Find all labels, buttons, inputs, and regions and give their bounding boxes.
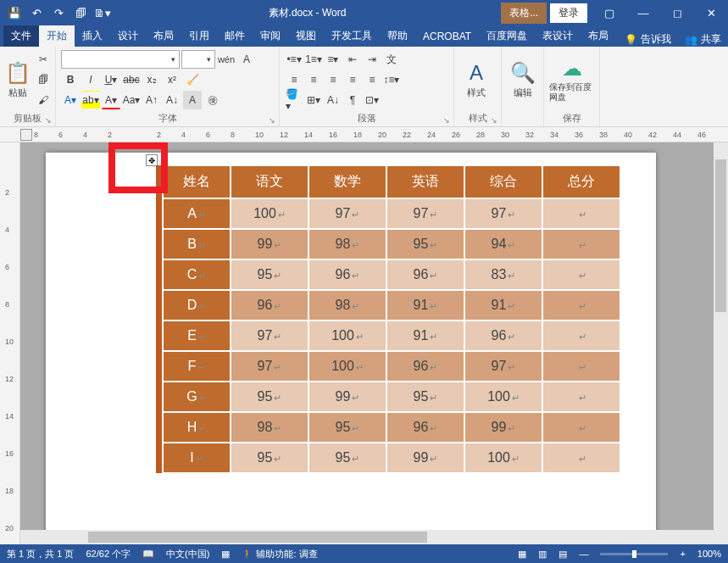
table-cell[interactable]: 91↵ — [464, 290, 542, 321]
superscript-button[interactable]: x² — [163, 70, 181, 89]
table-cell[interactable]: 100↵ — [464, 382, 542, 412]
table-cell[interactable]: 97↵ — [231, 321, 308, 351]
table-cell[interactable]: 96↵ — [386, 259, 464, 290]
table-cell[interactable]: 97↵ — [464, 198, 542, 229]
table-cell[interactable]: 97↵ — [464, 351, 542, 382]
row-header[interactable]: B↵ — [163, 229, 231, 259]
table-cell[interactable]: 96↵ — [231, 290, 308, 321]
change-case-button[interactable]: Aa▾ — [122, 91, 141, 109]
line-spacing-icon[interactable]: ↕≡▾ — [382, 70, 401, 89]
decrease-indent-icon[interactable]: ⇤ — [343, 50, 362, 69]
zoom-slider[interactable] — [600, 553, 668, 555]
table-cell[interactable]: 98↵ — [308, 229, 386, 259]
table-cell[interactable]: 99↵ — [464, 412, 542, 443]
share-button[interactable]: 👥共享 — [678, 32, 728, 47]
table-cell[interactable]: 96↵ — [464, 321, 542, 351]
table-row[interactable]: B↵99↵98↵95↵94↵↵ — [156, 229, 620, 259]
zoom-in-button[interactable]: + — [680, 549, 685, 559]
table-cell[interactable]: 95↵ — [386, 382, 464, 412]
table-cell[interactable]: ↵ — [542, 290, 620, 321]
scrollbar-thumb[interactable] — [715, 159, 726, 312]
table-cell[interactable]: ↵ — [542, 198, 620, 229]
table-row[interactable]: G↵95↵99↵95↵100↵↵ — [156, 382, 620, 412]
row-header[interactable]: C↵ — [163, 259, 231, 290]
format-painter-icon[interactable]: 🖌 — [34, 91, 53, 109]
phonetic-guide-icon[interactable]: wén — [217, 50, 236, 69]
tab-table-layout[interactable]: 布局 — [581, 25, 616, 47]
tell-me[interactable]: 💡告诉我 — [618, 32, 678, 47]
shading-icon[interactable]: 🪣▾ — [285, 91, 303, 109]
table-cell[interactable]: ↵ — [542, 321, 620, 351]
row-header[interactable]: I↵ — [163, 443, 231, 473]
tab-home[interactable]: 开始 — [39, 25, 75, 47]
tab-insert[interactable]: 插入 — [75, 25, 110, 47]
increase-indent-icon[interactable]: ⇥ — [363, 50, 381, 69]
borders-icon[interactable]: ⊞▾ — [304, 91, 323, 109]
enclose-char-icon[interactable]: ㊝ — [203, 91, 222, 109]
clipboard-launcher-icon[interactable]: ↘ — [45, 116, 52, 125]
table-cell[interactable]: 95↵ — [231, 382, 308, 412]
distributed-icon[interactable]: ≡ — [363, 70, 381, 89]
read-mode-icon[interactable]: ▦ — [518, 549, 526, 560]
font-name-select[interactable]: ▾ — [61, 50, 180, 69]
zoom-out-button[interactable]: — — [579, 549, 588, 559]
table-cell[interactable]: 91↵ — [386, 321, 464, 351]
table-cell[interactable]: 95↵ — [386, 229, 464, 259]
row-header[interactable]: D↵ — [163, 290, 231, 321]
table-cell[interactable]: ↵ — [542, 382, 620, 412]
subscript-button[interactable]: x₂ — [142, 70, 161, 89]
tab-file[interactable]: 文件 — [3, 25, 39, 47]
vertical-ruler[interactable]: 2468101214161820 — [0, 142, 20, 544]
table-cell[interactable]: ↵ — [542, 259, 620, 290]
row-header[interactable]: A↵ — [163, 198, 231, 229]
table-row[interactable]: H↵98↵95↵96↵99↵↵ — [156, 412, 620, 443]
table-cell[interactable]: ↵ — [542, 351, 620, 382]
font-color-icon[interactable]: A▾ — [102, 91, 120, 109]
table-cell[interactable]: 100↵ — [464, 443, 542, 473]
table-cell[interactable]: 97↵ — [308, 198, 386, 229]
horizontal-scrollbar[interactable] — [20, 530, 714, 544]
table-cell[interactable]: 98↵ — [308, 290, 386, 321]
table-cell[interactable]: 95↵ — [308, 412, 386, 443]
bold-button[interactable]: B — [61, 70, 80, 89]
copy-icon[interactable]: 🗐 — [34, 70, 53, 89]
table-cell[interactable]: 83↵ — [464, 259, 542, 290]
bullets-icon[interactable]: •≡▾ — [285, 50, 303, 69]
page-scroll-area[interactable]: ✥ 姓名 语文 数学 英语 综合 总分 A↵100↵97↵97↵97↵↵B↵99… — [20, 142, 728, 544]
zoom-thumb[interactable] — [632, 550, 636, 558]
spellcheck-icon[interactable]: 📖 — [142, 549, 154, 560]
table-cell[interactable]: 99↵ — [386, 443, 464, 473]
macro-icon[interactable]: ▦ — [221, 549, 230, 560]
col-header[interactable]: 语文 — [231, 165, 308, 198]
tab-design[interactable]: 设计 — [110, 25, 146, 47]
numbering-icon[interactable]: 1≡▾ — [304, 50, 323, 69]
cut-icon[interactable]: ✂ — [34, 50, 53, 69]
col-header[interactable]: 姓名 — [163, 165, 231, 198]
table-cell[interactable]: 95↵ — [231, 443, 308, 473]
qat-item-icon[interactable]: 🗐 — [69, 2, 92, 24]
align-right-icon[interactable]: ≡ — [324, 70, 342, 89]
italic-button[interactable]: I — [81, 70, 100, 89]
row-header[interactable]: E↵ — [163, 321, 231, 351]
tab-references[interactable]: 引用 — [181, 25, 217, 47]
qat-item2-icon[interactable]: 🗎▾ — [92, 2, 114, 24]
para-btn-icon[interactable]: ⊡▾ — [363, 91, 381, 109]
page-indicator[interactable]: 第 1 页，共 1 页 — [7, 548, 74, 560]
clear-format-icon[interactable]: 🧹 — [183, 70, 202, 89]
styles-launcher-icon[interactable]: ↘ — [491, 116, 497, 125]
sort-icon[interactable]: A↓ — [324, 91, 342, 109]
styles-button[interactable]: A 样式 — [459, 50, 493, 109]
tab-view[interactable]: 视图 — [288, 25, 324, 47]
data-table[interactable]: 姓名 语文 数学 英语 综合 总分 A↵100↵97↵97↵97↵↵B↵99↵9… — [156, 164, 621, 474]
row-header[interactable]: F↵ — [163, 351, 231, 382]
ribbon-options-icon[interactable]: ▢ — [592, 0, 626, 25]
save-icon[interactable]: 💾 — [3, 2, 25, 24]
table-cell[interactable]: 98↵ — [231, 412, 308, 443]
font-launcher-icon[interactable]: ↘ — [269, 116, 275, 125]
minimize-icon[interactable]: — — [626, 0, 660, 25]
table-cell[interactable]: 97↵ — [231, 351, 308, 382]
table-cell[interactable]: 100↵ — [231, 198, 308, 229]
print-layout-icon[interactable]: ▥ — [538, 549, 547, 560]
tab-layout[interactable]: 布局 — [146, 25, 181, 47]
row-header[interactable]: G↵ — [163, 382, 231, 412]
